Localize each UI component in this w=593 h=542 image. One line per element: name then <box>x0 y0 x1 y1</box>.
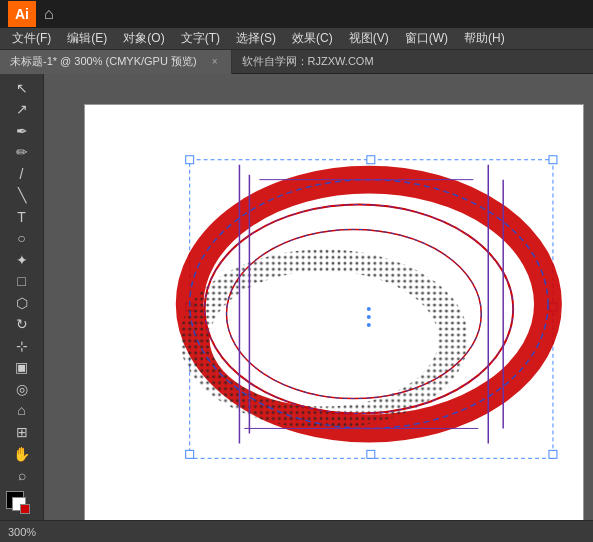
menu-item-视图(V)[interactable]: 视图(V) <box>341 28 397 49</box>
menu-item-文字(T)[interactable]: 文字(T) <box>173 28 228 49</box>
bottom-status-bar: 300% <box>0 520 593 542</box>
color-swatches[interactable] <box>6 491 38 516</box>
hand-tool[interactable]: ✋ <box>6 444 38 464</box>
tab-bar: 未标题-1* @ 300% (CMYK/GPU 预览) × 软件自学网：RJZX… <box>0 50 593 74</box>
line-tool[interactable]: ╲ <box>6 186 38 206</box>
svg-point-26 <box>367 315 371 319</box>
title-bar: Ai ⌂ <box>0 0 593 28</box>
selection-tool[interactable]: ↖ <box>6 78 38 98</box>
svg-rect-5 <box>186 156 194 164</box>
warp-tool[interactable]: ⊹ <box>6 336 38 356</box>
menu-item-对象(O)[interactable]: 对象(O) <box>115 28 172 49</box>
svg-rect-10 <box>186 450 194 458</box>
tab-title: 未标题-1* @ 300% (CMYK/GPU 预览) <box>10 54 197 69</box>
svg-rect-6 <box>367 156 375 164</box>
menu-item-效果(C)[interactable]: 效果(C) <box>284 28 341 49</box>
menu-bar: 文件(F)编辑(E)对象(O)文字(T)选择(S)效果(C)视图(V)窗口(W)… <box>0 28 593 50</box>
svg-point-15 <box>210 271 439 406</box>
eyedropper[interactable]: ◎ <box>6 379 38 399</box>
rectangle-tool[interactable]: □ <box>6 272 38 292</box>
pen-tool[interactable]: ✒ <box>6 121 38 141</box>
rotate-tool[interactable]: ↻ <box>6 315 38 335</box>
menu-item-帮助(H)[interactable]: 帮助(H) <box>456 28 513 49</box>
svg-rect-11 <box>367 450 375 458</box>
menu-item-编辑(E)[interactable]: 编辑(E) <box>59 28 115 49</box>
gradient-tool[interactable]: ▣ <box>6 358 38 378</box>
live-paint[interactable]: ⬡ <box>6 293 38 313</box>
left-toolbar: ↖↗✒✏/╲T○✦□⬡↻⊹▣◎⌂⊞✋⌕ <box>0 74 44 520</box>
zoom-tool[interactable]: ⌕ <box>6 465 38 485</box>
brush-tool[interactable]: / <box>6 164 38 184</box>
document-tab[interactable]: 未标题-1* @ 300% (CMYK/GPU 预览) × <box>0 50 232 74</box>
menu-item-窗口(W)[interactable]: 窗口(W) <box>397 28 456 49</box>
canvas-area[interactable] <box>44 74 593 520</box>
website-label: 软件自学网：RJZXW.COM <box>232 54 384 69</box>
home-icon[interactable]: ⌂ <box>44 5 54 23</box>
ai-logo: Ai <box>8 1 36 27</box>
svg-rect-7 <box>549 156 557 164</box>
menu-item-文件(F)[interactable]: 文件(F) <box>4 28 59 49</box>
shape-builder[interactable]: ✦ <box>6 250 38 270</box>
direct-selection-tool[interactable]: ↗ <box>6 100 38 120</box>
tab-close-button[interactable]: × <box>209 56 221 68</box>
pencil-tool[interactable]: ✏ <box>6 143 38 163</box>
menu-item-选择(S)[interactable]: 选择(S) <box>228 28 284 49</box>
artboard-tool[interactable]: ⊞ <box>6 422 38 442</box>
svg-rect-12 <box>549 450 557 458</box>
svg-point-25 <box>367 307 371 311</box>
status-text: 300% <box>8 526 36 538</box>
svg-point-27 <box>367 323 371 327</box>
main-content: ↖↗✒✏/╲T○✦□⬡↻⊹▣◎⌂⊞✋⌕ <box>0 74 593 520</box>
canvas-wrapper <box>84 104 584 520</box>
blend-tool[interactable]: ⌂ <box>6 401 38 421</box>
drawing-svg <box>85 105 583 520</box>
ellipse-tool[interactable]: ○ <box>6 229 38 249</box>
type-tool[interactable]: T <box>6 207 38 227</box>
